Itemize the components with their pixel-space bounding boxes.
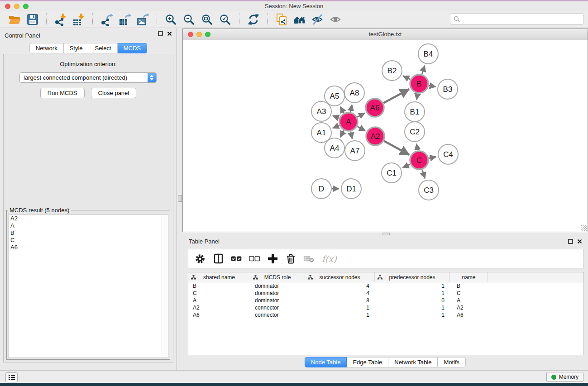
tab-edge-table[interactable]: Edge Table [347, 357, 388, 367]
resize-grip-icon[interactable] [581, 225, 587, 231]
close-network-window-button[interactable] [188, 32, 193, 37]
graph-edge[interactable] [333, 125, 339, 128]
cell-mcds-role[interactable]: dominator [250, 290, 305, 296]
graph-edge[interactable] [429, 86, 436, 87]
task-history-button[interactable] [5, 372, 18, 382]
cell-successor-nodes[interactable]: 4 [305, 283, 375, 289]
select-all-columns-icon[interactable] [230, 253, 243, 265]
cell-shared-name[interactable]: C [188, 290, 250, 296]
table-row[interactable]: C dominator 4 1 C [188, 290, 583, 297]
table-row[interactable]: B dominator 4 1 B [188, 282, 583, 290]
cell-predecessor-nodes[interactable]: 0 [375, 297, 450, 304]
mcds-result-list[interactable]: A2 A B C A6 [8, 214, 168, 358]
maximize-network-window-button[interactable] [205, 32, 210, 37]
graph-edge[interactable] [422, 170, 425, 178]
tab-select[interactable]: Select [89, 43, 118, 53]
cell-name[interactable]: A [450, 297, 488, 304]
memory-button[interactable]: Memory [546, 372, 583, 382]
graph-edge[interactable] [357, 113, 365, 117]
close-panel-button[interactable]: Close panel [91, 88, 137, 98]
network-window-titlebar[interactable]: testGlobe.txt [183, 29, 588, 40]
unselect-all-columns-icon[interactable] [249, 253, 261, 265]
graph-edge[interactable] [384, 141, 409, 155]
network-graph[interactable]: AA1A2A3A4A5A6A7A8BB1B2B3B4CC1C2C3C4DD1 [183, 40, 588, 232]
tab-node-table[interactable]: Node Table [305, 357, 347, 367]
graph-edge[interactable] [403, 76, 410, 80]
table-row[interactable]: A2 connector 1 1 A2 [188, 304, 583, 311]
column-header-predecessor-nodes[interactable]: predecessor nodes [375, 272, 450, 282]
export-table-icon[interactable] [118, 12, 132, 27]
list-item[interactable]: B [9, 229, 168, 237]
zoom-in-icon[interactable] [164, 12, 178, 27]
run-mcds-button[interactable]: Run MCDS [40, 88, 85, 98]
list-item[interactable]: A [9, 222, 168, 229]
scrollbar[interactable] [162, 215, 168, 357]
cell-mcds-role[interactable]: dominator [250, 283, 305, 289]
list-item[interactable]: A2 [9, 215, 168, 222]
cell-predecessor-nodes[interactable]: 1 [375, 305, 450, 311]
zoom-out-icon[interactable] [182, 12, 196, 27]
graph-edge[interactable] [357, 127, 365, 131]
table-row[interactable]: A6 connector 1 1 A6 [188, 311, 583, 319]
cell-mcds-role[interactable]: connector [250, 305, 305, 311]
show-all-icon[interactable] [329, 12, 343, 27]
cell-name[interactable]: C [450, 290, 488, 296]
network-canvas[interactable]: AA1A2A3A4A5A6A7A8BB1B2B3B4CC1C2C3C4DD1 [183, 40, 588, 232]
graph-edge[interactable] [416, 144, 417, 151]
minimize-network-window-button[interactable] [196, 32, 202, 37]
float-panel-icon[interactable] [568, 239, 573, 244]
graph-edge[interactable] [416, 94, 417, 100]
zoom-fit-icon[interactable] [200, 12, 215, 27]
table-row[interactable]: A dominator 8 0 A [188, 297, 583, 304]
cell-successor-nodes[interactable]: 1 [305, 312, 375, 318]
graph-edge[interactable] [429, 157, 436, 158]
graph-edge[interactable] [383, 89, 409, 103]
cell-name[interactable]: A6 [450, 312, 488, 318]
cell-successor-nodes[interactable]: 8 [305, 297, 375, 304]
import-network-icon[interactable] [53, 12, 68, 27]
open-session-icon[interactable] [7, 12, 22, 27]
graph-edge[interactable] [422, 66, 425, 74]
import-table-icon[interactable] [72, 12, 86, 27]
cell-successor-nodes[interactable]: 1 [305, 305, 375, 311]
graph-edge[interactable] [351, 132, 353, 139]
tab-network[interactable]: Network [29, 43, 64, 53]
cell-shared-name[interactable]: A2 [188, 305, 250, 311]
column-header-name[interactable]: name [450, 272, 488, 282]
export-network-icon[interactable] [100, 12, 114, 27]
graph-edge[interactable] [340, 107, 344, 113]
save-session-icon[interactable] [25, 12, 40, 27]
cell-shared-name[interactable]: B [188, 283, 250, 289]
tab-mcds[interactable]: MCDS [118, 43, 147, 53]
graph-edge[interactable] [333, 116, 339, 118]
search-input[interactable] [462, 15, 580, 23]
cell-name[interactable]: B [450, 283, 488, 289]
list-item[interactable]: C [9, 237, 168, 244]
column-sizing-icon[interactable] [212, 253, 225, 265]
hide-selected-icon[interactable] [311, 12, 325, 27]
graph-edge[interactable] [403, 164, 411, 168]
column-header-successor-nodes[interactable]: successor nodes [305, 272, 375, 282]
tab-motifs[interactable]: Motifs [438, 357, 466, 367]
add-column-icon[interactable] [267, 253, 279, 265]
cell-shared-name[interactable]: A [188, 297, 250, 304]
criterion-select[interactable]: largest connected component (directed) [19, 72, 157, 83]
column-header-shared-name[interactable]: shared name [188, 272, 250, 282]
search-field[interactable] [450, 13, 584, 25]
gear-icon[interactable] [194, 253, 206, 265]
network-from-selection-icon[interactable] [274, 12, 289, 27]
cell-successor-nodes[interactable]: 4 [305, 290, 375, 296]
close-panel-icon[interactable] [167, 31, 172, 36]
list-item[interactable]: A6 [9, 244, 168, 251]
tab-network-table[interactable]: Network Table [388, 357, 438, 367]
split-divider-handle-vertical[interactable] [178, 195, 182, 202]
export-image-icon[interactable] [136, 12, 150, 27]
refresh-layout-icon[interactable] [246, 12, 261, 27]
cell-predecessor-nodes[interactable]: 1 [375, 283, 450, 289]
float-panel-icon[interactable] [158, 31, 163, 36]
zoom-selected-icon[interactable] [218, 12, 233, 27]
cell-predecessor-nodes[interactable]: 1 [375, 290, 450, 296]
cell-mcds-role[interactable]: connector [250, 312, 305, 318]
cell-predecessor-nodes[interactable]: 1 [375, 312, 450, 318]
cell-mcds-role[interactable]: dominator [250, 297, 305, 304]
